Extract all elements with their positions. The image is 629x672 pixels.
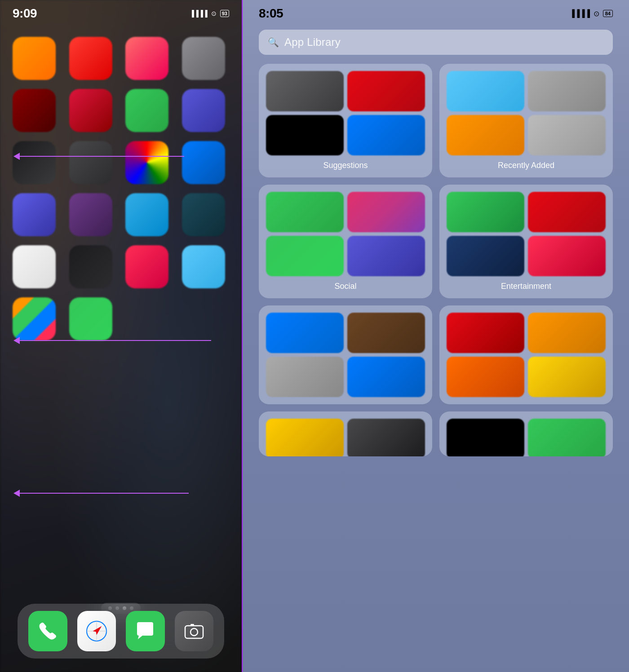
folder-label: Entertainment bbox=[447, 282, 606, 291]
app-icon[interactable] bbox=[447, 192, 524, 232]
app-icon[interactable] bbox=[182, 193, 225, 236]
app-icon[interactable] bbox=[182, 89, 225, 132]
app-icon[interactable] bbox=[347, 419, 425, 456]
dock-messages-icon[interactable] bbox=[126, 611, 165, 651]
app-icon[interactable] bbox=[447, 115, 524, 155]
folder-productivity[interactable] bbox=[439, 305, 613, 404]
right-battery-indicator: 84 bbox=[603, 10, 613, 17]
dock-camera-icon[interactable] bbox=[175, 611, 214, 651]
dock-safari-icon[interactable] bbox=[77, 611, 116, 651]
app-icon[interactable] bbox=[69, 297, 112, 340]
app-icon[interactable] bbox=[447, 236, 524, 276]
folder-label: Suggestions bbox=[266, 161, 425, 170]
folder-suggestions[interactable]: Suggestions bbox=[259, 64, 432, 177]
left-panel: 9:09 ▐▐▐▐ ⊙ 93 bbox=[0, 0, 243, 672]
app-icon[interactable] bbox=[347, 115, 425, 155]
app-icon[interactable] bbox=[125, 37, 168, 80]
app-icon[interactable] bbox=[13, 37, 56, 80]
signal-icon: ▐▐▐▐ bbox=[190, 10, 208, 17]
dock-phone-icon[interactable] bbox=[28, 611, 67, 651]
app-icon[interactable] bbox=[447, 419, 524, 456]
app-icon[interactable] bbox=[125, 89, 168, 132]
app-icon[interactable] bbox=[69, 37, 112, 80]
app-icon[interactable] bbox=[69, 141, 112, 184]
app-icon[interactable] bbox=[266, 313, 344, 353]
app-icon[interactable] bbox=[447, 313, 524, 353]
app-icon[interactable] bbox=[13, 141, 56, 184]
left-time: 9:09 bbox=[13, 6, 37, 21]
app-library-search-bar[interactable]: 🔍 App Library bbox=[259, 30, 613, 55]
folder-label: Recently Added bbox=[447, 161, 606, 170]
svg-point-5 bbox=[190, 628, 198, 636]
folder-row4-right[interactable] bbox=[439, 411, 613, 456]
svg-rect-4 bbox=[185, 626, 203, 638]
app-icon[interactable] bbox=[13, 245, 56, 288]
app-icon[interactable] bbox=[13, 193, 56, 236]
app-icon[interactable] bbox=[528, 236, 606, 276]
folder-apps bbox=[266, 419, 425, 456]
folder-apps bbox=[447, 192, 606, 276]
app-icon[interactable] bbox=[125, 193, 168, 236]
folder-row4-left[interactable] bbox=[259, 411, 432, 456]
folder-apps bbox=[266, 192, 425, 276]
app-icon[interactable] bbox=[528, 419, 606, 456]
app-icon[interactable] bbox=[182, 37, 225, 80]
svg-marker-3 bbox=[93, 624, 103, 635]
folder-apps bbox=[266, 71, 425, 155]
app-icon[interactable] bbox=[266, 357, 344, 397]
folder-label: Social bbox=[266, 282, 425, 291]
wifi-icon: ⊙ bbox=[211, 10, 217, 17]
folder-entertainment[interactable]: Entertainment bbox=[439, 185, 613, 298]
app-icon[interactable] bbox=[182, 245, 225, 288]
folder-apps bbox=[266, 313, 425, 397]
app-icon[interactable] bbox=[13, 89, 56, 132]
app-icon[interactable] bbox=[125, 245, 168, 288]
dock bbox=[18, 604, 224, 659]
app-icon[interactable] bbox=[266, 236, 344, 276]
search-icon: 🔍 bbox=[268, 37, 279, 48]
folder-apps bbox=[447, 313, 606, 397]
app-icon[interactable] bbox=[347, 357, 425, 397]
app-icon[interactable] bbox=[528, 313, 606, 353]
app-icon[interactable] bbox=[447, 71, 524, 111]
app-icon[interactable] bbox=[528, 71, 606, 111]
app-icon[interactable] bbox=[266, 71, 344, 111]
app-icon[interactable] bbox=[266, 115, 344, 155]
app-icon[interactable] bbox=[347, 192, 425, 232]
app-library-grid: Suggestions Recently Added Social bbox=[243, 64, 629, 456]
app-icon[interactable] bbox=[447, 357, 524, 397]
app-icon[interactable] bbox=[266, 419, 344, 456]
app-icon[interactable] bbox=[528, 115, 606, 155]
left-status-icons: ▐▐▐▐ ⊙ 93 bbox=[190, 10, 229, 17]
app-grid bbox=[0, 28, 242, 349]
right-status-icons: ▐▐▐▐ ⊙ 84 bbox=[569, 9, 613, 18]
folder-apps bbox=[447, 419, 606, 456]
folder-utilities[interactable] bbox=[259, 305, 432, 404]
app-icon[interactable] bbox=[69, 193, 112, 236]
battery-indicator: 93 bbox=[220, 10, 229, 17]
app-icon[interactable] bbox=[69, 245, 112, 288]
left-status-bar: 9:09 ▐▐▐▐ ⊙ 93 bbox=[0, 0, 242, 23]
app-icon[interactable] bbox=[125, 141, 168, 184]
app-icon[interactable] bbox=[347, 71, 425, 111]
app-icon[interactable] bbox=[347, 236, 425, 276]
right-status-bar: 8:05 ▐▐▐▐ ⊙ 84 bbox=[243, 0, 629, 23]
app-icon[interactable] bbox=[69, 89, 112, 132]
right-wifi-icon: ⊙ bbox=[594, 9, 599, 18]
app-icon[interactable] bbox=[528, 357, 606, 397]
app-icon[interactable] bbox=[266, 192, 344, 232]
folder-social[interactable]: Social bbox=[259, 185, 432, 298]
app-icon[interactable] bbox=[13, 297, 56, 340]
folder-apps bbox=[447, 71, 606, 155]
folder-recently-added[interactable]: Recently Added bbox=[439, 64, 613, 177]
right-panel: 8:05 ▐▐▐▐ ⊙ 84 🔍 App Library Suggestions bbox=[243, 0, 629, 672]
app-icon[interactable] bbox=[528, 192, 606, 232]
right-signal-icon: ▐▐▐▐ bbox=[569, 9, 589, 18]
search-label: App Library bbox=[284, 36, 341, 49]
app-icon[interactable] bbox=[347, 313, 425, 353]
right-time: 8:05 bbox=[259, 6, 283, 21]
app-icon[interactable] bbox=[182, 141, 225, 184]
svg-rect-6 bbox=[190, 624, 194, 626]
